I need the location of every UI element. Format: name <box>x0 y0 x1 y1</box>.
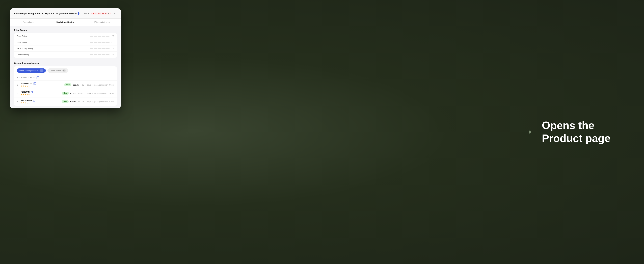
dashed-line <box>482 132 529 132</box>
close-icon: × <box>114 12 116 15</box>
toggle-global-count: 52 <box>62 70 66 72</box>
competitor-region-3: espana-peninsular <box>92 101 108 103</box>
annotation-area: Opens the Product page <box>482 119 610 145</box>
star-4: ★ <box>26 94 28 96</box>
price-rating-bars <box>90 36 110 36</box>
modal-status-area: Status : Action needed ▾ <box>83 12 111 15</box>
competitor-rank-3: 3 <box>17 101 19 103</box>
competitor-condition-2: New <box>62 92 69 94</box>
star-4: ★ <box>26 85 28 87</box>
rating-card: Price Rating - / 5 Shop Rati <box>14 33 117 58</box>
competitor-type-2: Seller <box>109 92 114 94</box>
rating-bar-4 <box>102 42 106 43</box>
competitor-type-1: Seller <box>109 84 114 86</box>
star-5: ★ <box>28 102 30 104</box>
competitor-stars-1: ★ ★ ★ ★ ★ <box>21 85 63 87</box>
competitor-condition-3: New <box>62 100 69 103</box>
competitor-stars-3: ★ ★ ★ ★ ★ <box>21 102 60 104</box>
competitor-name-2: PENGUIN ↗ <box>21 91 60 93</box>
star-3: ★ <box>24 102 26 104</box>
competitor-name-area-3: INFOPAVON ↗ ★ ★ ★ ★ ★ <box>21 99 60 104</box>
overall-rating-bars <box>90 54 110 55</box>
rating-bar-2 <box>94 36 98 36</box>
competitor-shipping-3: + €4.95 <box>78 101 84 103</box>
competitive-env-title: Competitive environment <box>14 62 117 64</box>
tab-market-positioning[interactable]: Market positioning <box>47 18 84 26</box>
status-dot-icon <box>93 13 94 14</box>
overall-rating-row: Overall Rating - / 5 <box>14 52 117 58</box>
star-3: ★ <box>24 85 26 87</box>
not-in-list-external-link-icon[interactable]: ↗ <box>36 76 39 79</box>
shop-rating-row: Shop Rating - / 5 <box>14 39 117 46</box>
toggle-global-label: Global Market <box>50 70 61 72</box>
price-rating-row: Price Rating - / 5 <box>14 33 117 39</box>
rating-bar-5 <box>106 54 110 55</box>
shop-rating-label: Shop Rating <box>17 41 27 43</box>
competitive-env-section: Competitive environment Within Pccompone… <box>10 59 121 108</box>
time-to-ship-rating-score: - / 5 <box>111 48 114 50</box>
not-in-list-banner: You are not in the list ↗ <box>14 75 117 81</box>
time-to-ship-rating-bars <box>90 48 110 49</box>
competitor-price-3: €19.83 <box>70 101 76 103</box>
product-external-link-icon[interactable]: ↗ <box>78 12 81 15</box>
competitor-stars-2: ★ ★ ★ ★ ★ <box>21 94 60 96</box>
shop-rating-value-area: - / 5 <box>90 41 114 43</box>
competitor-condition-1: New <box>64 83 71 86</box>
rating-bar-3 <box>98 54 102 55</box>
competitor-external-link-icon-1[interactable]: ↗ <box>34 82 36 85</box>
rating-bar-1 <box>90 36 94 36</box>
competitor-row-3: 3 INFOPAVON ↗ ★ ★ ★ ★ ★ <box>14 98 117 106</box>
rating-bar-5 <box>106 48 110 49</box>
toggle-within-count: 12 <box>40 70 44 72</box>
competitor-shipping-1: + €0 <box>80 84 84 86</box>
time-to-ship-rating-label: Time to ship Rating <box>17 48 33 50</box>
star-2: ★ <box>23 102 24 104</box>
competitor-external-link-icon-2[interactable]: ↗ <box>30 91 32 93</box>
product-title: Epson Papel Fotográfico 100 Hojas A4 102… <box>14 12 77 15</box>
time-to-ship-rating-row: Time to ship Rating - / 5 <box>14 46 117 52</box>
tab-product-data[interactable]: Product data <box>10 18 47 26</box>
rating-bar-4 <box>102 48 106 49</box>
competitor-row-2: 2 PENGUIN ↗ ★ ★ ★ ★ ★ <box>14 89 117 98</box>
competitor-name-1: MS2 DIGITAL ↗ <box>21 82 63 85</box>
competitor-region-1: espana-peninsular <box>92 84 108 86</box>
overall-rating-score: - / 5 <box>111 54 114 56</box>
competitor-type-3: Seller <box>109 101 114 103</box>
rating-bar-2 <box>94 54 98 55</box>
competitor-name-3: INFOPAVON ↗ <box>21 99 60 102</box>
close-button[interactable]: × <box>113 12 117 16</box>
tab-price-optimization[interactable]: Price optimization <box>84 18 121 26</box>
star-2: ★ <box>23 94 24 96</box>
modal-title-area: Epson Papel Fotográfico 100 Hojas A4 102… <box>14 12 81 15</box>
competitor-external-link-icon-3[interactable]: ↗ <box>33 99 35 102</box>
competitor-name-area-1: MS2 DIGITAL ↗ ★ ★ ★ ★ ★ <box>21 82 63 87</box>
rating-bar-5 <box>106 36 110 36</box>
dashed-arrow <box>482 130 532 134</box>
overall-rating-value-area: - / 5 <box>90 54 114 56</box>
modal-content: Price Trophy Price Rating - / 5 <box>10 26 121 108</box>
rating-bar-3 <box>98 42 102 43</box>
rating-bar-3 <box>98 36 102 36</box>
tab-price-optimization-label: Price optimization <box>94 21 110 23</box>
toggle-global-market[interactable]: Global Market 52 <box>48 68 68 73</box>
star-5: ★ <box>28 94 30 96</box>
competitor-days-1: - days <box>86 84 91 86</box>
annotation-line2: Product page <box>542 132 610 145</box>
rating-bar-3 <box>98 48 102 49</box>
rating-bar-4 <box>102 36 106 36</box>
competitor-rank-1: 1 <box>17 84 19 86</box>
toggle-within-pccomponent[interactable]: Within Pccomponent.es 12 <box>17 68 46 73</box>
competitor-days-2: - days <box>86 92 91 94</box>
modal-dialog: Epson Papel Fotográfico 100 Hojas A4 102… <box>10 8 121 108</box>
status-badge[interactable]: Action needed ▾ <box>92 12 110 15</box>
annotation-line1: Opens the <box>542 119 610 132</box>
toggle-within-label: Within Pccomponent.es <box>19 70 38 72</box>
status-value: Action needed <box>95 12 107 14</box>
annotation-text: Opens the Product page <box>542 119 610 145</box>
star-3: ★ <box>24 94 26 96</box>
rating-bar-5 <box>106 42 110 43</box>
not-in-list-text: You are not in the list <box>17 76 36 79</box>
price-rating-label: Price Rating <box>17 35 27 37</box>
tab-product-data-label: Product data <box>23 21 34 23</box>
chevron-down-icon: ▾ <box>108 12 109 14</box>
